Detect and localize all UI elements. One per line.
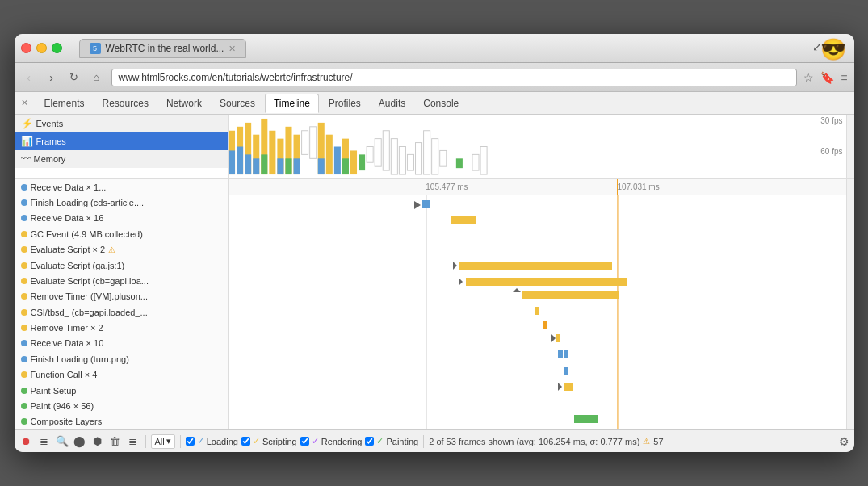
rendering-checkbox[interactable] xyxy=(300,437,309,446)
trash-button[interactable]: 🗑 xyxy=(108,434,123,449)
tab-close-button[interactable]: ✕ xyxy=(229,44,236,54)
event-item-remove-timer-vm[interactable]: Remove Timer ([VM].pluson... xyxy=(15,289,228,304)
tab-sources[interactable]: Sources xyxy=(212,94,263,112)
event-item-composite-layers[interactable]: Composite Layers xyxy=(15,414,228,429)
minimize-button[interactable] xyxy=(36,43,47,53)
tab-network[interactable]: Network xyxy=(158,94,210,112)
timeline-tracks[interactable]: 105.477 ms 107.031 ms xyxy=(229,179,846,429)
event-label: Receive Data × 1... xyxy=(31,182,107,192)
event-item-receive-data-10[interactable]: Receive Data × 10 xyxy=(15,336,228,351)
svg-marker-44 xyxy=(453,262,457,270)
event-item-receive-data-16[interactable]: Receive Data × 16 xyxy=(15,211,228,226)
svg-rect-20 xyxy=(317,158,324,174)
stop-button[interactable]: ⬢ xyxy=(90,434,105,449)
tab-timeline[interactable]: Timeline xyxy=(265,94,319,113)
clear-button[interactable]: ≣ xyxy=(37,434,52,449)
loading-checkbox[interactable] xyxy=(186,437,195,446)
record-button[interactable]: ⏺ xyxy=(19,434,34,449)
event-item-function-call[interactable]: Function Call × 4 xyxy=(15,367,228,383)
event-item-eval-script-2[interactable]: Evaluate Script × 2 ⚠ xyxy=(15,242,228,258)
painting-filter[interactable]: ✓ Painting xyxy=(365,436,418,446)
dot-blue-icon xyxy=(21,340,27,346)
filter-dropdown[interactable]: All ▾ xyxy=(151,434,175,449)
title-bar: 5 WebRTC in the real world... ✕ ⤢ 😎 xyxy=(15,34,854,63)
svg-rect-34 xyxy=(423,131,430,174)
tab-audits[interactable]: Audits xyxy=(371,94,413,112)
timeline-chart: ⚡ Events 📊 Frames 〰 Memory 30 fps 60 fps xyxy=(15,115,854,179)
event-item-eval-script-cb[interactable]: Evaluate Script (cb=gapi.loa... xyxy=(15,273,228,288)
event-label: Evaluate Script (ga.js:1) xyxy=(31,261,125,270)
memory-label: Memory xyxy=(34,154,66,164)
svg-rect-7 xyxy=(253,158,259,174)
back-button[interactable]: ‹ xyxy=(21,71,37,84)
svg-rect-43 xyxy=(451,216,476,224)
dot-yellow-icon xyxy=(21,325,27,331)
sidebar-header: ⚡ Events 📊 Frames 〰 Memory xyxy=(15,115,229,178)
devtools-close-button[interactable]: ✕ xyxy=(21,98,28,108)
svg-rect-37 xyxy=(455,158,462,168)
circle-button[interactable]: ⬤ xyxy=(73,434,87,449)
tab-console[interactable]: Console xyxy=(415,94,467,112)
svg-rect-25 xyxy=(350,150,356,174)
timeline-scrollbar[interactable] xyxy=(846,179,854,429)
search-button[interactable]: 🔍 xyxy=(55,434,69,449)
close-button[interactable] xyxy=(21,43,31,53)
devtools-nav: ✕ Elements Resources Network Sources Tim… xyxy=(15,92,854,115)
filter-label: All xyxy=(155,437,165,446)
maximize-button[interactable] xyxy=(52,43,62,53)
scripting-label: Scripting xyxy=(262,437,297,446)
tab-resources[interactable]: Resources xyxy=(94,94,157,112)
svg-rect-5 xyxy=(245,154,251,174)
event-label: Receive Data × 10 xyxy=(31,338,104,348)
tab-profiles[interactable]: Profiles xyxy=(321,94,369,112)
frames-label: Frames xyxy=(36,136,66,146)
sidebar-frames-header[interactable]: 📊 Frames xyxy=(15,132,228,150)
url-field[interactable]: www.html5rocks.com/en/tutorials/webrtc/i… xyxy=(111,69,798,86)
svg-rect-24 xyxy=(342,158,348,174)
forward-button[interactable]: › xyxy=(44,71,60,84)
checkmark-scripting: ✓ xyxy=(253,436,260,446)
svg-marker-48 xyxy=(513,288,521,292)
event-item-paint[interactable]: Paint (946 × 56) xyxy=(15,398,228,413)
svg-rect-42 xyxy=(422,200,430,208)
event-item-finish-loading-turn[interactable]: Finish Loading (turn.png) xyxy=(15,351,228,367)
scripting-filter[interactable]: ✓ Scripting xyxy=(241,436,297,446)
sidebar-memory-header[interactable]: 〰 Memory xyxy=(15,150,228,168)
sidebar-events-header[interactable]: ⚡ Events xyxy=(15,115,228,132)
settings-button[interactable]: ⚙ xyxy=(839,435,849,448)
devtools-toolbar: ⏺ ≣ 🔍 ⬤ ⬢ 🗑 ≣ All ▾ ✓ Loading ✓ Scriptin… xyxy=(15,429,854,452)
svg-rect-16 xyxy=(293,158,300,174)
browser-tab[interactable]: 5 WebRTC in the real world... ✕ xyxy=(79,39,247,58)
dot-blue-icon xyxy=(21,184,27,191)
event-item-remove-timer-2[interactable]: Remove Timer × 2 xyxy=(15,320,228,335)
loading-label: Loading xyxy=(207,437,238,446)
refresh-button[interactable]: ↻ xyxy=(66,71,82,83)
warning-icon: ⚠ xyxy=(108,245,115,254)
loading-filter[interactable]: ✓ Loading xyxy=(186,436,238,446)
checkmark-painting: ✓ xyxy=(376,436,384,446)
event-item-gc[interactable]: GC Event (4.9 MB collected) xyxy=(15,226,228,241)
event-item-paint-setup[interactable]: Paint Setup xyxy=(15,383,228,398)
event-label: CSI/tbsd_ (cb=gapi.loaded_... xyxy=(31,308,148,317)
scrollbar-track[interactable] xyxy=(846,115,854,178)
event-item-eval-script-ga[interactable]: Evaluate Script (ga.js:1) xyxy=(15,258,228,273)
timeline-events-svg xyxy=(229,195,846,429)
event-item-finish-loading[interactable]: Finish Loading (cds-article.... xyxy=(15,195,228,210)
menu-button[interactable]: ≡ xyxy=(841,71,847,84)
bookmark-icon[interactable]: 🔖 xyxy=(820,71,834,84)
bookmark-star-button[interactable]: ☆ xyxy=(803,71,814,84)
painting-checkbox[interactable] xyxy=(365,437,374,446)
dot-green-icon xyxy=(21,388,27,394)
event-label: Receive Data × 16 xyxy=(31,213,104,223)
rendering-filter[interactable]: ✓ Rendering xyxy=(300,436,363,446)
text-button[interactable]: ≣ xyxy=(126,434,140,449)
event-item-receive-data-main[interactable]: Receive Data × 1... xyxy=(15,179,228,195)
svg-rect-54 xyxy=(558,350,563,358)
traffic-lights xyxy=(21,43,62,53)
scripting-checkbox[interactable] xyxy=(241,437,250,446)
svg-rect-1 xyxy=(229,150,235,174)
tab-elements[interactable]: Elements xyxy=(36,94,93,112)
memory-icon: 〰 xyxy=(21,153,31,165)
event-item-csi[interactable]: CSI/tbsd_ (cb=gapi.loaded_... xyxy=(15,304,228,320)
home-button[interactable]: ⌂ xyxy=(89,71,105,83)
